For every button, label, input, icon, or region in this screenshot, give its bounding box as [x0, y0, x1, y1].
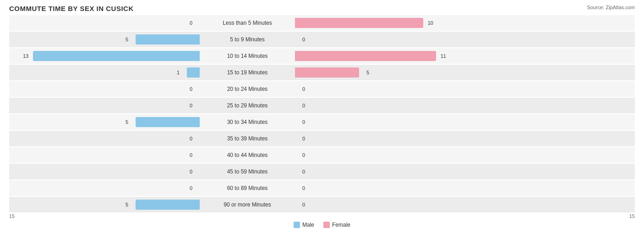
male-value: 5: [126, 37, 128, 42]
bar-male: 5: [136, 117, 200, 127]
row-label: 35 to 39 Minutes: [202, 135, 293, 142]
chart-row: 55 to 9 Minutes0: [9, 32, 635, 47]
left-bar-area: 0: [9, 167, 202, 177]
right-bar-area: 0: [293, 150, 486, 160]
left-bar-area: 0: [9, 134, 202, 144]
female-value: 10: [428, 20, 433, 26]
female-value: 0: [302, 202, 305, 207]
female-value: 0: [302, 37, 305, 42]
chart-area: 0Less than 5 Minutes1055 to 9 Minutes013…: [9, 15, 635, 212]
chart-row: 115 to 19 Minutes5: [9, 65, 635, 80]
female-value: 0: [302, 169, 305, 174]
male-value: 0: [190, 152, 192, 158]
right-bar-area: 10: [293, 18, 486, 28]
female-value: 0: [302, 136, 305, 141]
female-value: 11: [441, 53, 446, 59]
female-value: 5: [366, 70, 369, 75]
left-bar-area: 5: [9, 117, 202, 127]
right-bar-area: 0: [293, 100, 486, 111]
left-bar-area: 5: [9, 200, 202, 210]
female-value: 0: [302, 119, 305, 125]
row-label: 10 to 14 Minutes: [202, 53, 293, 59]
left-bar-area: 5: [9, 34, 202, 45]
row-label: 45 to 59 Minutes: [202, 168, 293, 175]
chart-container: COMMUTE TIME BY SEX IN CUSICK Source: Zi…: [0, 0, 644, 240]
row-label: Less than 5 Minutes: [202, 20, 293, 26]
bar-male: 1: [187, 67, 200, 78]
legend: Male Female: [9, 222, 635, 228]
right-bar-area: 11: [293, 51, 486, 61]
axis-left: 15: [9, 213, 15, 219]
row-label: 25 to 29 Minutes: [202, 102, 293, 109]
female-value: 0: [302, 152, 305, 158]
right-bar-area: 0: [293, 34, 486, 45]
chart-row: 0Less than 5 Minutes10: [9, 15, 635, 31]
row-label: 30 to 34 Minutes: [202, 119, 293, 125]
right-bar-area: 0: [293, 200, 486, 210]
legend-male: Male: [294, 222, 314, 228]
chart-row: 1310 to 14 Minutes11: [9, 48, 635, 64]
bar-male: 13: [33, 51, 200, 61]
male-value: 0: [190, 86, 192, 92]
right-bar-area: 0: [293, 183, 486, 193]
right-bar-area: 5: [293, 67, 486, 78]
male-value: 0: [190, 103, 192, 108]
male-value: 0: [190, 20, 192, 26]
row-label: 15 to 19 Minutes: [202, 69, 293, 76]
chart-row: 530 to 34 Minutes0: [9, 114, 635, 130]
female-value: 0: [302, 86, 305, 92]
right-bar-area: 0: [293, 167, 486, 177]
left-bar-area: 0: [9, 84, 202, 94]
chart-row: 035 to 39 Minutes0: [9, 131, 635, 146]
chart-title: COMMUTE TIME BY SEX IN CUSICK: [9, 5, 635, 12]
male-value: 0: [190, 169, 192, 174]
male-value: 5: [126, 202, 128, 207]
bar-male: 5: [136, 34, 200, 45]
female-value: 0: [302, 103, 305, 108]
left-bar-area: 0: [9, 18, 202, 28]
left-bar-area: 0: [9, 100, 202, 111]
axis-right: 15: [629, 213, 635, 219]
row-label: 90 or more Minutes: [202, 201, 293, 208]
female-value: 0: [302, 185, 305, 191]
male-value: 0: [190, 136, 192, 141]
chart-row: 060 to 89 Minutes0: [9, 180, 635, 196]
row-label: 20 to 24 Minutes: [202, 86, 293, 92]
bar-female: 10: [295, 18, 423, 28]
bar-female: 5: [295, 67, 359, 78]
chart-row: 025 to 29 Minutes0: [9, 98, 635, 113]
row-label: 5 to 9 Minutes: [202, 36, 293, 43]
row-label: 60 to 89 Minutes: [202, 185, 293, 191]
chart-row: 020 to 24 Minutes0: [9, 81, 635, 97]
male-label: Male: [302, 222, 314, 228]
right-bar-area: 0: [293, 117, 486, 127]
left-bar-area: 13: [9, 51, 202, 61]
right-bar-area: 0: [293, 134, 486, 144]
male-value: 1: [177, 70, 180, 75]
source-label: Source: ZipAtlas.com: [587, 5, 635, 10]
axis-labels: 15 15: [9, 213, 635, 219]
legend-female: Female: [323, 222, 350, 228]
male-value: 0: [190, 185, 192, 191]
female-label: Female: [332, 222, 350, 228]
chart-row: 045 to 59 Minutes0: [9, 164, 635, 179]
bar-male: 5: [136, 200, 200, 210]
right-bar-area: 0: [293, 84, 486, 94]
bar-female: 11: [295, 51, 436, 61]
left-bar-area: 1: [9, 67, 202, 78]
left-bar-area: 0: [9, 150, 202, 160]
chart-row: 590 or more Minutes0: [9, 197, 635, 212]
female-color-swatch: [323, 222, 330, 228]
chart-row: 040 to 44 Minutes0: [9, 147, 635, 163]
male-value: 5: [126, 119, 128, 125]
male-color-swatch: [294, 222, 300, 228]
male-value: 13: [23, 53, 28, 59]
row-label: 40 to 44 Minutes: [202, 152, 293, 158]
left-bar-area: 0: [9, 183, 202, 193]
